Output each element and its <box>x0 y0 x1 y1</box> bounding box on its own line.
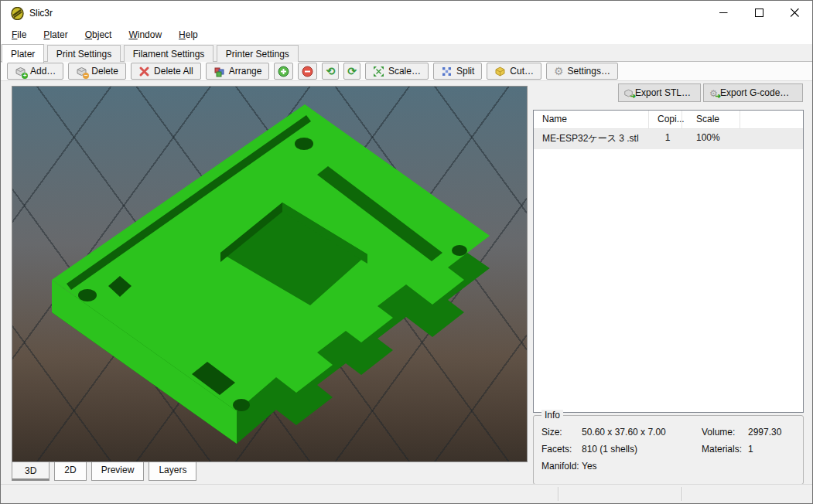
materials-label: Materials: <box>702 444 748 455</box>
cell-name: ME-ESP32ケース 3 .stl <box>534 129 649 149</box>
table-row[interactable]: ME-ESP32ケース 3 .stl 1 100% <box>534 129 803 149</box>
view-tab-2d[interactable]: 2D <box>54 462 86 481</box>
delete-button[interactable]: − Delete <box>68 63 126 80</box>
rotate-cw-icon: ⟳ <box>347 66 357 77</box>
model-screw-hole-front <box>233 399 250 411</box>
info-title: Info <box>541 410 563 421</box>
tab-filament-settings[interactable]: Filament Settings <box>124 45 214 63</box>
export-stl-button[interactable]: ➜ Export STL… <box>618 83 701 102</box>
maximize-button[interactable] <box>741 1 777 25</box>
rotate-ccw-button[interactable]: ⟲ <box>322 63 339 80</box>
volume-value: 2997.30 <box>748 427 781 438</box>
export-stl-icon: ➜ <box>623 88 634 98</box>
close-button[interactable] <box>777 1 812 25</box>
export-gcode-button[interactable]: ⚙ ➜ Export G-code… <box>703 83 803 102</box>
box-add-icon: + <box>15 66 26 77</box>
tab-print-settings[interactable]: Print Settings <box>47 45 121 63</box>
view-tab-layers[interactable]: Layers <box>149 462 196 481</box>
statusbar-divider <box>681 487 682 501</box>
3d-viewport[interactable] <box>12 86 528 462</box>
scale-arrows-icon <box>373 66 384 77</box>
menubar: File Plater Object Window Help <box>1 26 812 44</box>
maximize-icon <box>755 9 763 17</box>
delete-all-button[interactable]: Delete All <box>131 63 201 80</box>
export-gcode-icon: ⚙ ➜ <box>709 88 719 98</box>
arrange-button[interactable]: Arrange <box>206 63 270 80</box>
cut-box-icon <box>494 66 506 77</box>
close-icon <box>791 9 799 17</box>
remove-circle-icon <box>302 66 313 77</box>
tab-printer-settings[interactable]: Printer Settings <box>217 45 299 63</box>
tab-plater[interactable]: Plater <box>2 44 44 63</box>
settings-tabbar: Plater Print Settings Filament Settings … <box>1 44 812 62</box>
add-instance-button[interactable] <box>274 63 293 80</box>
delete-all-x-icon <box>138 66 150 77</box>
facets-label: Facets: <box>541 444 582 455</box>
volume-label: Volume: <box>702 427 748 438</box>
cell-copies: 1 <box>649 129 682 149</box>
cut-button[interactable]: Cut… <box>487 63 541 80</box>
rotate-cw-button[interactable]: ⟳ <box>343 63 360 80</box>
arrange-cubes-icon <box>213 66 225 77</box>
size-label: Size: <box>541 427 582 438</box>
statusbar-divider <box>558 487 559 501</box>
column-copies[interactable]: Copi... <box>649 111 682 128</box>
rotate-ccw-icon: ⟲ <box>326 66 335 77</box>
minimize-icon <box>719 9 728 17</box>
size-value: 50.60 x 37.60 x 7.00 <box>582 427 666 438</box>
menu-file[interactable]: File <box>3 26 35 43</box>
app-window: Slic3r File Plater Object Window Help Pl… <box>0 0 813 504</box>
window-title: Slic3r <box>29 8 53 19</box>
statusbar <box>1 484 812 503</box>
main-area: 3D 2D Preview Layers ➜ Export STL… ⚙ ➜ E… <box>1 81 812 484</box>
right-panel: ➜ Export STL… ⚙ ➜ Export G-code… Name Co… <box>532 81 804 484</box>
view-tabbar: 3D 2D Preview Layers <box>12 462 196 481</box>
materials-value: 1 <box>748 444 753 455</box>
titlebar[interactable]: Slic3r <box>1 1 812 26</box>
add-button[interactable]: + Add… <box>7 63 63 80</box>
menu-window[interactable]: Window <box>120 26 170 43</box>
info-groupbox: Info Size: 50.60 x 37.60 x 7.00 Volume: … <box>533 415 804 485</box>
add-circle-icon <box>278 66 289 77</box>
stl-model[interactable] <box>12 87 527 461</box>
manifold-label: Manifold: <box>541 461 582 472</box>
box-remove-icon: − <box>76 66 87 77</box>
slic3r-logo-icon <box>11 7 24 20</box>
scale-button[interactable]: Scale… <box>365 63 429 80</box>
object-settings-button[interactable]: ⚙ Settings… <box>546 63 618 80</box>
cell-scale: 100% <box>682 129 740 149</box>
model-screw-hole-right <box>452 245 467 256</box>
menu-plater[interactable]: Plater <box>35 26 76 43</box>
manifold-value: Yes <box>582 461 597 472</box>
column-name[interactable]: Name <box>534 111 649 128</box>
facets-value: 810 (1 shells) <box>582 444 637 455</box>
view-tab-3d[interactable]: 3D <box>12 462 50 481</box>
model-screw-hole-left <box>78 289 97 301</box>
menu-help[interactable]: Help <box>170 26 207 43</box>
model-screw-hole-top <box>295 138 313 150</box>
object-list[interactable]: Name Copi... Scale ME-ESP32ケース 3 .stl 1 … <box>533 110 804 413</box>
gear-icon: ⚙ <box>554 66 564 77</box>
minimize-button[interactable] <box>705 1 741 25</box>
split-icon <box>441 66 453 77</box>
toolbar: + Add… − Delete Delete All <box>1 62 812 81</box>
remove-instance-button[interactable] <box>298 63 317 80</box>
split-button[interactable]: Split <box>433 63 482 80</box>
menu-object[interactable]: Object <box>77 26 121 43</box>
view-tab-preview[interactable]: Preview <box>91 462 145 481</box>
column-scale[interactable]: Scale <box>682 111 740 128</box>
object-list-header: Name Copi... Scale <box>534 111 803 129</box>
